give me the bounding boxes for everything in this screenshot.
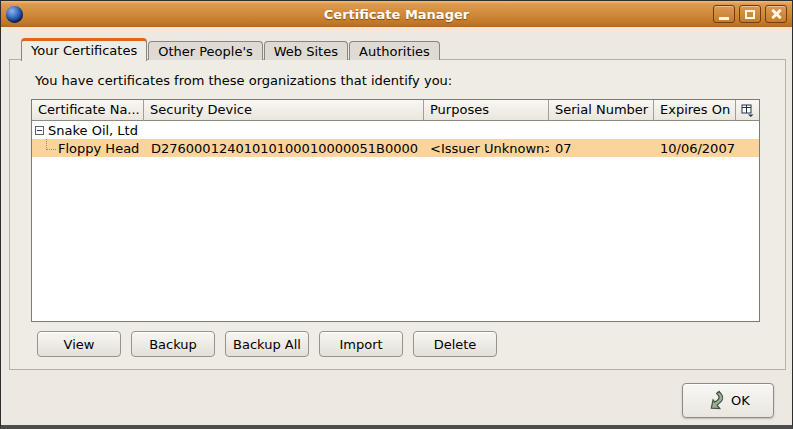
security-device-text: D27600012401010100010000051B0000 <box>151 141 418 156</box>
tab-label: Web Sites <box>274 44 338 59</box>
tree-branch-line <box>46 139 56 150</box>
import-button[interactable]: Import <box>319 331 403 357</box>
purposes-text: <Issuer Unknown> <box>430 141 549 156</box>
backup-button[interactable]: Backup <box>131 331 215 357</box>
column-header-purposes[interactable]: Purposes <box>424 100 549 121</box>
window-controls <box>713 5 787 23</box>
close-button[interactable] <box>765 5 787 23</box>
table-row-group[interactable]: Snake Oil, Ltd <box>32 121 759 139</box>
column-header-expires-on[interactable]: Expires On <box>654 100 736 121</box>
certificate-table: Certificate Na... Security Device Purpos… <box>31 99 760 322</box>
tab-label: Other People's <box>158 44 253 59</box>
view-button[interactable]: View <box>37 331 121 357</box>
cell-expires-on: 10/06/2007 <box>654 139 736 157</box>
tab-label: Your Certificates <box>31 43 137 58</box>
cell-purposes: <Issuer Unknown> <box>424 139 549 157</box>
window-globe-icon <box>6 6 23 23</box>
delete-button[interactable]: Delete <box>413 331 497 357</box>
tab-authorities[interactable]: Authorities <box>349 41 440 60</box>
maximize-icon <box>745 10 755 19</box>
tab-web-sites[interactable]: Web Sites <box>264 41 348 60</box>
column-header-security-device[interactable]: Security Device <box>144 100 424 121</box>
close-icon <box>770 8 782 20</box>
backup-all-button[interactable]: Backup All <box>225 331 309 357</box>
column-picker-icon <box>741 104 754 117</box>
titlebar[interactable]: Certificate Manager <box>1 1 792 27</box>
column-picker-button[interactable] <box>736 100 759 121</box>
tab-strip: Your Certificates Other People's Web Sit… <box>21 37 441 60</box>
serial-number-text: 07 <box>555 141 572 156</box>
panel-description: You have certificates from these organiz… <box>35 73 452 88</box>
maximize-button[interactable] <box>739 5 761 23</box>
ok-button[interactable]: OK <box>682 383 774 418</box>
cell-security-device: D27600012401010100010000051B0000 <box>144 139 424 157</box>
window-title: Certificate Manager <box>1 7 792 22</box>
tab-label: Authorities <box>359 44 430 59</box>
collapse-expander-icon[interactable] <box>35 126 44 135</box>
column-header-serial-number[interactable]: Serial Number <box>549 100 654 121</box>
ok-arrow-icon <box>703 388 730 414</box>
group-name: Snake Oil, Ltd <box>48 123 138 138</box>
minimize-icon <box>719 17 729 20</box>
minimize-button[interactable] <box>713 5 735 23</box>
certificate-name-text: Floppy Head <box>58 141 139 156</box>
cell-serial-number: 07 <box>549 139 654 157</box>
table-header: Certificate Na... Security Device Purpos… <box>32 100 759 121</box>
certificate-manager-window: Certificate Manager Your Certificates Ot… <box>0 0 793 429</box>
table-row-certificate[interactable]: Floppy Head D27600012401010100010000051B… <box>32 139 759 157</box>
your-certificates-panel: You have certificates from these organiz… <box>9 59 786 370</box>
column-header-certificate-name[interactable]: Certificate Na... <box>32 100 144 121</box>
action-button-row: View Backup Backup All Import Delete <box>37 331 497 357</box>
tab-your-certificates[interactable]: Your Certificates <box>21 38 147 61</box>
cell-certificate-name: Floppy Head <box>32 139 144 157</box>
ok-label: OK <box>731 393 750 408</box>
expires-on-text: 10/06/2007 <box>660 141 735 156</box>
tab-other-peoples[interactable]: Other People's <box>148 41 263 60</box>
